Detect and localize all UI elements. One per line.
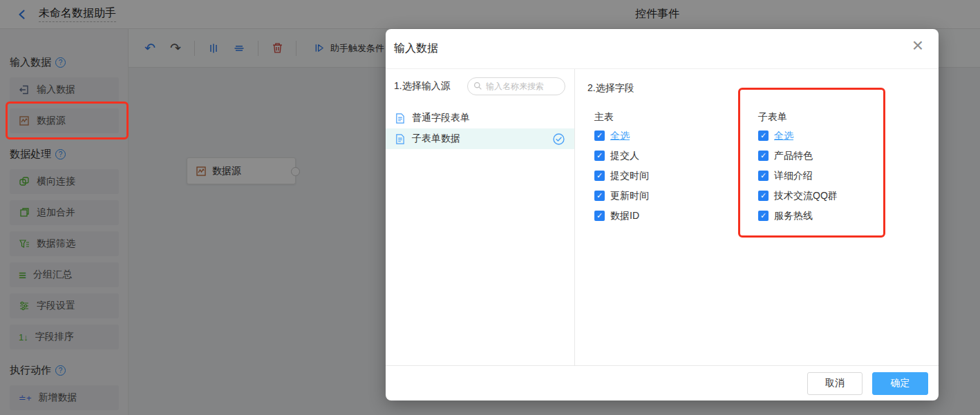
annotation-box-datasource xyxy=(6,102,129,139)
check-circle-icon xyxy=(553,133,565,145)
source-panel: 1.选择输入源 普通字段 xyxy=(386,69,575,365)
modal-title: 输入数据 xyxy=(394,41,438,56)
source-item-label: 普通字段表单 xyxy=(412,112,470,124)
field-group-main-table: 主表 ✓ 全选 ✓ 提交人 ✓ 提交时间 xyxy=(587,111,751,231)
checkbox-checked[interactable]: ✓ xyxy=(594,191,605,201)
field-option[interactable]: ✓ 提交人 xyxy=(594,151,751,161)
source-item-subform-data[interactable]: 子表单数据 xyxy=(386,128,574,149)
source-item-normal-form[interactable]: 普通字段表单 xyxy=(386,108,574,128)
document-icon xyxy=(395,134,405,144)
field-option[interactable]: ✓ 提交时间 xyxy=(594,171,751,181)
confirm-button[interactable]: 确定 xyxy=(872,372,928,395)
field-group-title: 主表 xyxy=(594,111,751,124)
modal-header: 输入数据 × xyxy=(386,29,939,69)
step-label-select-source: 1.选择输入源 xyxy=(394,80,451,93)
checkbox-checked[interactable]: ✓ xyxy=(594,131,605,141)
cancel-button[interactable]: 取消 xyxy=(807,372,863,395)
checkbox-checked[interactable]: ✓ xyxy=(594,211,605,221)
document-icon xyxy=(395,113,405,124)
field-option[interactable]: ✓ 数据ID xyxy=(594,211,751,221)
source-item-label: 子表单数据 xyxy=(412,133,460,145)
source-list: 普通字段表单 子表单数据 xyxy=(386,108,574,149)
search-box xyxy=(467,77,565,95)
field-option-select-all[interactable]: ✓ 全选 xyxy=(594,131,751,141)
search-icon xyxy=(473,81,482,90)
close-icon[interactable]: × xyxy=(912,36,923,55)
app-root: 未命名数据助手 控件事件 输入数据 ? 输入数据 数据源 数据处理 ? xyxy=(0,0,980,415)
field-option[interactable]: ✓ 更新时间 xyxy=(594,191,751,201)
annotation-box-subform-fields xyxy=(738,88,885,238)
checkbox-checked[interactable]: ✓ xyxy=(594,151,605,161)
modal-footer: 取消 确定 xyxy=(386,365,939,400)
checkbox-checked[interactable]: ✓ xyxy=(594,171,605,181)
